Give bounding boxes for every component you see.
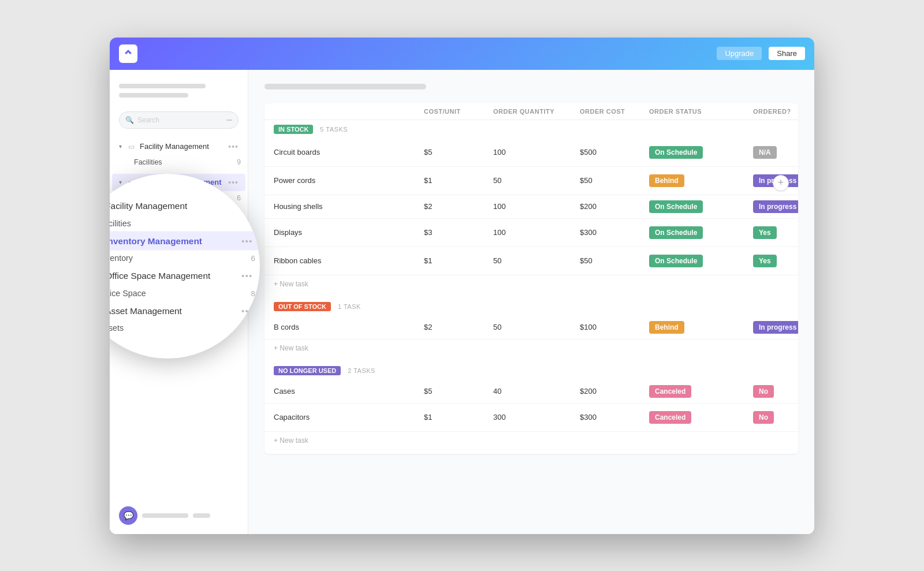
- zoom-inventory-header: ▾ ▭ Inventory Management •••: [110, 231, 260, 250]
- search-icon: 🔍: [125, 116, 134, 124]
- group-no-longer-used: NO LONGER USED 2 TASKS Cases $5 40 $200 …: [264, 361, 798, 449]
- zoom-asset-header: ▾ ▭ Asset Management •••: [110, 301, 260, 320]
- col-name: [274, 108, 424, 115]
- table-header: COST/UNIT ORDER QUANTITY ORDER COST ORDE…: [264, 103, 798, 120]
- cell-ordered: In progress: [753, 321, 798, 334]
- cell-order-cost: $500: [580, 148, 649, 156]
- group-tag-row-no-longer: NO LONGER USED 2 TASKS: [264, 361, 798, 380]
- table-row: Capacitors $1 300 $300 Canceled No 5/9/1…: [264, 404, 798, 432]
- cell-ordered: No: [753, 411, 798, 424]
- zoom-overlay: ▾ ▭ Facility Management ••• Facilities 9…: [110, 174, 260, 359]
- upgrade-button[interactable]: Upgrade: [717, 47, 762, 60]
- table-row: Cases $5 40 $200 Canceled No 5/7/19 3M: [264, 380, 798, 404]
- cell-status: Canceled: [649, 385, 753, 398]
- cell-qty: 100: [493, 202, 580, 211]
- cell-qty: 100: [493, 228, 580, 237]
- cell-ordered: In progress: [753, 200, 798, 213]
- cell-qty: 50: [493, 256, 580, 265]
- add-column-button[interactable]: +: [773, 175, 789, 191]
- col-ordered: ORDERED?: [753, 108, 798, 115]
- top-bar: Upgrade Share: [110, 38, 814, 70]
- cell-status: On Schedule: [649, 226, 753, 239]
- task-count-in-stock: 5 TASKS: [320, 126, 348, 133]
- new-task-button-in-stock[interactable]: + New task: [264, 275, 798, 293]
- cell-qty: 300: [493, 413, 580, 421]
- col-order-qty: ORDER QUANTITY: [493, 108, 580, 115]
- chat-button[interactable]: 💬: [119, 506, 137, 525]
- zoom-facility-header: ▾ ▭ Facility Management •••: [110, 196, 260, 215]
- group-tag-row-in-stock: IN STOCK 5 TASKS: [264, 120, 798, 139]
- col-order-cost: ORDER COST: [580, 108, 649, 115]
- folder-icon: ▭: [128, 143, 136, 151]
- cell-name: Housing shells: [274, 202, 424, 211]
- cell-name: B cords: [274, 323, 424, 331]
- more-options-icon[interactable]: •••: [228, 142, 239, 151]
- cell-ordered: No: [753, 385, 798, 398]
- sidebar: 🔍 Search ▾ ▭ Facility Management ••• Fac…: [110, 70, 248, 534]
- more-options-icon[interactable]: •••: [228, 178, 239, 187]
- cell-order-cost: $300: [580, 413, 649, 421]
- col-cost-unit: COST/UNIT: [424, 108, 493, 115]
- inventory-table: COST/UNIT ORDER QUANTITY ORDER COST ORDE…: [264, 103, 798, 454]
- sidebar-item-facility-management[interactable]: ▾ ▭ Facility Management •••: [112, 138, 245, 155]
- cell-order-cost: $300: [580, 228, 649, 237]
- zoom-assets-child: Assets 10: [110, 320, 260, 336]
- sidebar-item-facilities[interactable]: Facilities 9: [110, 155, 248, 169]
- cell-status: On Schedule: [649, 255, 753, 267]
- table-row: Power cords $1 50 $50 Behind In progress…: [264, 167, 798, 195]
- cell-ordered: N/A: [753, 146, 798, 159]
- new-task-button-out-stock[interactable]: + New task: [264, 339, 798, 357]
- col-order-status: ORDER STATUS: [649, 108, 753, 115]
- zoom-facilities-child: Facilities 9: [110, 215, 260, 232]
- zoom-office-child: Office Space 8: [110, 285, 260, 301]
- cell-cost: $2: [424, 202, 493, 211]
- group-label-facility: Facility Management: [140, 142, 225, 151]
- cell-qty: 50: [493, 323, 580, 331]
- cell-cost: $5: [424, 148, 493, 156]
- table-row: Displays $3 100 $300 On Schedule Yes 5/2…: [264, 219, 798, 247]
- share-button[interactable]: Share: [769, 47, 805, 60]
- cell-cost: $1: [424, 256, 493, 265]
- cell-ordered: Yes: [753, 255, 798, 267]
- cell-cost: $2: [424, 323, 493, 331]
- app-logo: [119, 44, 137, 63]
- task-count-out-stock: 1 TASK: [338, 303, 361, 310]
- group-in-stock: IN STOCK 5 TASKS Circuit boards $5 100 $…: [264, 120, 798, 293]
- cell-order-cost: $100: [580, 323, 649, 331]
- content-area: + COST/UNIT ORDER QUANTITY ORDER COST OR…: [248, 70, 814, 534]
- tag-no-longer: NO LONGER USED: [274, 366, 341, 375]
- cell-name: Capacitors: [274, 413, 424, 421]
- browser-window: Upgrade Share 🔍 Search ▾ ▭: [110, 38, 814, 534]
- cell-order-cost: $50: [580, 256, 649, 265]
- cell-cost: $5: [424, 387, 493, 395]
- chevron-icon: ▾: [119, 143, 125, 150]
- cell-ordered: Yes: [753, 226, 798, 239]
- sidebar-group-facility: ▾ ▭ Facility Management ••• Facilities 9: [110, 136, 248, 171]
- cell-name: Displays: [274, 228, 424, 237]
- content-wrapper: + COST/UNIT ORDER QUANTITY ORDER COST OR…: [264, 84, 798, 454]
- cell-status: Behind: [649, 321, 753, 334]
- cell-qty: 100: [493, 148, 580, 156]
- zoom-inventory-child: Inventory 6: [110, 250, 260, 266]
- cell-cost: $1: [424, 176, 493, 185]
- cell-status: Canceled: [649, 411, 753, 424]
- cell-status: On Schedule: [649, 146, 753, 159]
- cell-status: On Schedule: [649, 200, 753, 213]
- cell-name: Circuit boards: [274, 148, 424, 156]
- title-bar: [264, 84, 426, 89]
- table-row: Ribbon cables $1 50 $50 On Schedule Yes …: [264, 247, 798, 275]
- table-row: Housing shells $2 100 $200 On Schedule I…: [264, 195, 798, 219]
- zoom-office-header: ▾ ▭ Office Space Management •••: [110, 266, 260, 285]
- new-task-button-no-longer[interactable]: + New task: [264, 432, 798, 449]
- cell-name: Ribbon cables: [274, 256, 424, 265]
- cell-name: Cases: [274, 387, 424, 395]
- sidebar-search[interactable]: 🔍 Search: [119, 111, 239, 129]
- group-tag-row-out-stock: OUT OF STOCK 1 TASK: [264, 297, 798, 316]
- cell-order-cost: $50: [580, 176, 649, 185]
- table-row: B cords $2 50 $100 Behind In progress 5/…: [264, 316, 798, 339]
- cell-cost: $1: [424, 413, 493, 421]
- task-count-no-longer: 2 TASKS: [348, 367, 375, 374]
- tag-out-stock: OUT OF STOCK: [274, 302, 331, 311]
- cell-cost: $3: [424, 228, 493, 237]
- group-out-of-stock: OUT OF STOCK 1 TASK B cords $2 50 $100 B…: [264, 297, 798, 357]
